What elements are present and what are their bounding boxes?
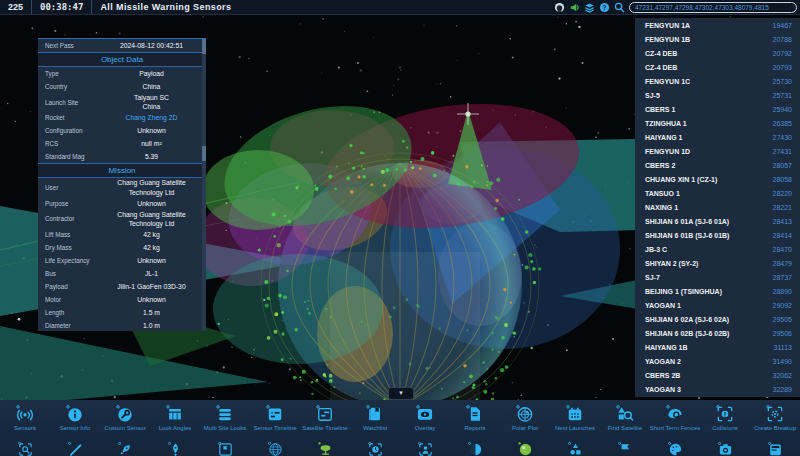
toolbar-item-sensors[interactable]: Sensors (0, 404, 50, 440)
look-angles-icon (165, 404, 185, 424)
palette-icon (667, 441, 684, 456)
short-term-fences-icon (665, 404, 685, 424)
satellite-name: YAOGAN 1 (645, 302, 681, 309)
toolbar2-item-flag[interactable] (600, 441, 650, 456)
info-label: Dry Mass (45, 244, 103, 251)
satellite-name: TANSUO 1 (645, 190, 680, 197)
satellite-list-item[interactable]: SHIJIAN 6 02B (SJ-6 02B) 29506 (635, 326, 800, 340)
help-icon[interactable]: ? (599, 2, 610, 13)
satellite-list-item[interactable]: SJ-5 25731 (635, 88, 800, 102)
toolbar-item-overlay[interactable]: Overlay (400, 404, 450, 440)
toolbar-item-look-angles[interactable]: Look Angles (150, 404, 200, 440)
satellite-list-item[interactable]: YAOGAN 1 29092 (635, 298, 800, 312)
toolbar2-item-shapes[interactable] (550, 441, 600, 456)
toolbar-item-sensor-info[interactable]: Sensor Info (50, 404, 100, 440)
satellite-norad-id: 29505 (773, 316, 792, 323)
info-row: Lift Mass 42 kg (38, 228, 206, 241)
satellite-list-item[interactable]: FENGYUN 1A 19467 (635, 18, 800, 32)
toolbar-item-sensor-timeline[interactable]: Sensor Timeline (250, 404, 300, 440)
satellite-list-item[interactable]: FENGYUN 1B 20788 (635, 32, 800, 46)
sensor-mode-title: All Missile Warning Sensors (92, 2, 239, 12)
github-icon[interactable] (554, 2, 565, 13)
satellite-list-item[interactable]: CZ-4 DEB 20792 (635, 46, 800, 60)
satellite-norad-id: 28414 (773, 232, 792, 239)
satellite-name: FENGYUN 1A (645, 22, 690, 29)
satellite-norad-id: 25731 (773, 92, 792, 99)
satellite-list-item[interactable]: CBERS 1 25940 (635, 102, 800, 116)
toolbar-item-reports[interactable]: Reports (450, 404, 500, 440)
toolbar2-item-sphere[interactable] (500, 441, 550, 456)
satellite-list-item[interactable]: SHIJIAN 6 01A (SJ-6 01A) 28413 (635, 214, 800, 228)
sim-clock[interactable]: 00:38:47 (32, 0, 92, 14)
satellite-list-item[interactable]: CBERS 2B 32062 (635, 368, 800, 382)
info-row: Life Expectancy Unknown (38, 254, 206, 267)
satellite-name: YAOGAN 2 (645, 358, 681, 365)
satellite-list-item[interactable]: SHIJIAN 6 01B (SJ-6 01B) 28414 (635, 228, 800, 242)
toolbar-item-satellite-timeline[interactable]: Satellite Timeline (300, 404, 350, 440)
object-info-panel[interactable]: Next Pass 2024-08-12 00:42:51 Object Dat… (38, 38, 206, 331)
toolbar2-item-clock-brackets[interactable] (350, 441, 400, 456)
satellite-norad-id: 28470 (773, 246, 792, 253)
satellite-list-item[interactable]: SJ-7 28737 (635, 270, 800, 284)
satellite-list-item[interactable]: YAOGAN 2 31490 (635, 354, 800, 368)
search-input[interactable] (629, 2, 797, 13)
satellite-name: YAOGAN 3 (645, 386, 681, 393)
toolbar2-item-rocket-tilted[interactable] (100, 441, 150, 456)
satellite-list-item[interactable]: CBERS 2 28057 (635, 158, 800, 172)
toolbar-item-polar-plot[interactable]: Polar Plot (500, 404, 550, 440)
satellite-list-item[interactable]: YAOGAN 3 32289 (635, 382, 800, 396)
toolbar2-item-globe[interactable] (250, 441, 300, 456)
satellite-norad-id: 26385 (773, 120, 792, 127)
toolbar2-item-moon[interactable] (450, 441, 500, 456)
satellite-list-item[interactable]: HAIYANG 1 27430 (635, 130, 800, 144)
satellite-search-results[interactable]: FENGYUN 1A 19467 FENGYUN 1B 20788 CZ-4 D… (635, 18, 800, 397)
volume-icon[interactable] (569, 2, 580, 13)
toolbar2-item-schedule[interactable] (750, 441, 800, 456)
toolbar-item-watchlist[interactable]: Watchlist (350, 404, 400, 440)
satellite-list-item[interactable]: CHUANG XIN 1 (CZ-1) 28058 (635, 172, 800, 186)
info-label: Rocket (45, 114, 103, 121)
info-value: Unknown (103, 199, 200, 208)
bottom-toolbar: Sensors Sensor Info Custom Sensor Look A… (0, 400, 800, 456)
toolbar-item-create-breakup[interactable]: Create Breakup (750, 404, 800, 440)
info-value[interactable]: Chang Zheng 2D (103, 113, 200, 122)
satellite-name: CBERS 1 (645, 106, 675, 113)
toolbar-item-find-satellite[interactable]: Find Satellite (600, 404, 650, 440)
toolbar-item-short-term-fences[interactable]: Short Term Fences (650, 404, 700, 440)
satellite-list-item[interactable]: JB-3 C 28470 (635, 242, 800, 256)
satellite-list-item[interactable]: BEIJING 1 (TSINGHUA) 28890 (635, 284, 800, 298)
toolbar2-item-flag-frame[interactable] (200, 441, 250, 456)
toolbar-item-multi-site-looks[interactable]: Multi Site Looks (200, 404, 250, 440)
satellite-list-item[interactable]: FENGYUN 1C 25730 (635, 74, 800, 88)
toolbar2-item-rocket[interactable] (150, 441, 200, 456)
satellite-list-item[interactable]: HAIYANG 1B 31113 (635, 340, 800, 354)
satellite-norad-id: 28479 (773, 260, 792, 267)
satellite-list-item[interactable]: SHIYAN 2 (SY-2) 28479 (635, 256, 800, 270)
satellite-list-item[interactable]: TZINGHUA 1 26385 (635, 116, 800, 130)
satellite-list-item[interactable]: NAXING 1 28221 (635, 200, 800, 214)
info-row: Next Pass 2024-08-12 00:42:51 (38, 39, 206, 52)
info-value: JL-1 (103, 269, 200, 278)
toolbar-item-collisions[interactable]: Collisions (700, 404, 750, 440)
info-value: 2024-08-12 00:42:51 (103, 41, 200, 50)
satellite-list-item[interactable]: CZ-4 DEB 20793 (635, 60, 800, 74)
toolbar-item-custom-sensor[interactable]: Custom Sensor (100, 404, 150, 440)
bottom-drawer-handle[interactable]: ▼ (388, 387, 414, 400)
toolbar2-item-draw-line[interactable] (50, 441, 100, 456)
toolbar2-item-ground-station[interactable] (300, 441, 350, 456)
toolbar2-item-palette[interactable] (650, 441, 700, 456)
layers-icon[interactable] (584, 2, 595, 13)
satellite-list-item[interactable]: TANSUO 1 28220 (635, 186, 800, 200)
satellite-list-item[interactable]: SHIJIAN 6 02A (SJ-6 02A) 29505 (635, 312, 800, 326)
toolbar-item-next-launches[interactable]: Next Launches (550, 404, 600, 440)
toolbar2-item-camera[interactable] (700, 441, 750, 456)
toolbar2-item-analyze-object[interactable] (0, 441, 50, 456)
satellite-norad-id: 28737 (773, 274, 792, 281)
search-icon[interactable] (614, 2, 625, 13)
toolbar-label: Polar Plot (512, 425, 538, 431)
satellite-list-item[interactable]: FENGYUN 1D 27431 (635, 144, 800, 158)
next-launches-icon (565, 404, 585, 424)
info-row: Configuration Unknown (38, 124, 206, 137)
toolbar2-item-person-brackets[interactable] (400, 441, 450, 456)
info-scrollbar[interactable] (202, 39, 206, 331)
